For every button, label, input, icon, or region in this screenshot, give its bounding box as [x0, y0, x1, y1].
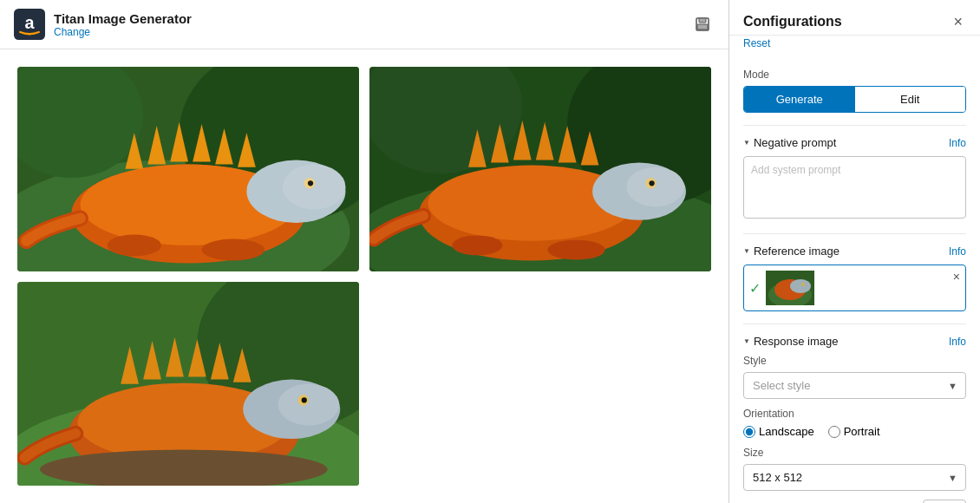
response-image-header-left: ▼ Response image: [743, 335, 838, 348]
check-icon: ✓: [749, 280, 761, 297]
svg-point-38: [649, 180, 654, 186]
svg-point-48: [278, 383, 340, 425]
negative-prompt-header[interactable]: ▼ Negative prompt Info: [743, 136, 966, 149]
app-title: Titan Image Generator: [54, 11, 192, 26]
landscape-radio[interactable]: [743, 426, 755, 438]
reference-image-header[interactable]: ▼ Reference image Info: [743, 245, 966, 258]
image-cell-4: [369, 282, 711, 487]
portrait-radio[interactable]: [828, 426, 840, 438]
svg-point-20: [308, 180, 313, 186]
image-cell-2[interactable]: [369, 67, 711, 271]
amazon-logo: a: [14, 9, 45, 40]
image-cell-1[interactable]: [17, 67, 359, 271]
svg-rect-4: [697, 24, 708, 29]
triangle-icon-2: ▼: [743, 247, 750, 255]
response-image-header[interactable]: ▼ Response image Info: [743, 335, 966, 348]
reference-image-thumb: [766, 271, 814, 305]
negative-prompt-header-left: ▼ Negative prompt: [743, 136, 836, 149]
orientation-label: Orientation: [743, 408, 966, 420]
panel-header: Configurations ×: [729, 0, 980, 36]
response-image-section: ▼ Response image Info Style Select style…: [743, 323, 966, 503]
image-grid: [0, 49, 728, 503]
panel-title: Configurations: [743, 14, 842, 29]
negative-prompt-label: Negative prompt: [754, 136, 836, 149]
remove-reference-image-button[interactable]: ×: [953, 271, 960, 283]
generate-mode-button[interactable]: Generate: [744, 87, 855, 112]
triangle-icon-3: ▼: [743, 337, 750, 345]
config-panel: Configurations × Reset Mode Generate Edi…: [728, 0, 980, 503]
size-label: Size: [743, 447, 966, 459]
svg-point-22: [202, 239, 265, 261]
negative-prompt-info[interactable]: Info: [949, 137, 966, 149]
portrait-label: Portrait: [844, 425, 880, 438]
reset-link[interactable]: Reset: [729, 36, 980, 58]
top-bar-actions: [690, 12, 715, 36]
reference-image-header-left: ▼ Reference image: [743, 245, 840, 258]
svg-point-30: [627, 167, 684, 207]
save-icon-button[interactable]: [690, 12, 715, 36]
negative-prompt-textarea[interactable]: [743, 156, 966, 219]
svg-point-63: [790, 279, 811, 293]
mode-group: Generate Edit: [743, 86, 966, 113]
response-image-label: Response image: [754, 335, 839, 348]
portrait-radio-label[interactable]: Portrait: [828, 425, 880, 438]
svg-rect-3: [699, 18, 706, 23]
mode-label: Mode: [743, 69, 966, 81]
mode-section: Mode Generate Edit: [743, 69, 966, 113]
response-image-info[interactable]: Info: [949, 336, 966, 348]
reference-image-box: ✓ ×: [743, 265, 966, 311]
landscape-label: Landscape: [759, 425, 814, 438]
image-cell-3[interactable]: [17, 282, 359, 487]
top-bar: a Titan Image Generator Change: [0, 0, 728, 49]
svg-point-39: [452, 235, 502, 255]
landscape-radio-label[interactable]: Landscape: [743, 425, 814, 438]
change-link[interactable]: Change: [54, 26, 192, 38]
svg-point-56: [302, 397, 307, 402]
style-select-wrapper: Select style Photographic Cinematic Digi…: [743, 372, 966, 399]
triangle-icon: ▼: [743, 139, 750, 147]
svg-point-64: [801, 283, 805, 286]
reference-image-section: ▼ Reference image Info ✓ ×: [743, 233, 966, 311]
svg-point-40: [547, 240, 604, 260]
reference-image-label: Reference image: [754, 245, 840, 258]
style-select[interactable]: Select style Photographic Cinematic Digi…: [743, 372, 966, 399]
close-button[interactable]: ×: [950, 12, 966, 31]
reference-image-info[interactable]: Info: [949, 245, 966, 258]
num-images-input[interactable]: [923, 500, 966, 503]
num-images-row: Number of images: [743, 500, 966, 503]
size-select[interactable]: 512 x 512 768 x 768 1024 x 1024 512 x 76…: [743, 464, 966, 491]
svg-point-12: [283, 165, 346, 210]
size-select-wrapper: 512 x 512 768 x 768 1024 x 1024 512 x 76…: [743, 464, 966, 491]
negative-prompt-section: ▼ Negative prompt Info: [743, 125, 966, 221]
edit-mode-button[interactable]: Edit: [855, 87, 966, 112]
style-label: Style: [743, 355, 966, 367]
panel-body: Mode Generate Edit ▼ Negative prompt Inf…: [729, 58, 980, 503]
app-title-block: Titan Image Generator Change: [54, 11, 192, 38]
svg-text:a: a: [24, 13, 35, 32]
logo-container: a Titan Image Generator Change: [14, 9, 192, 40]
svg-point-21: [108, 234, 161, 256]
orientation-group: Landscape Portrait: [743, 425, 966, 438]
